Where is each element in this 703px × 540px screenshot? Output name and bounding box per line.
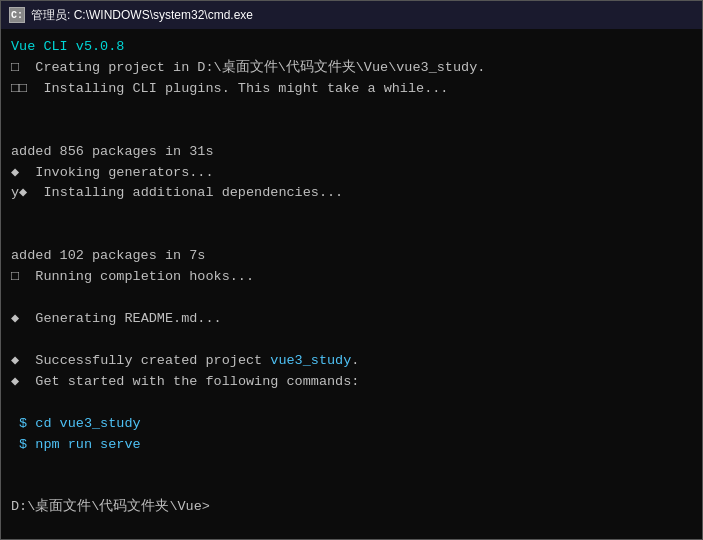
terminal-line: y◆ Installing additional dependencies...: [11, 183, 692, 204]
terminal-line: [11, 225, 692, 246]
terminal-line: □ Creating project in D:\桌面文件\代码文件夹\Vue\…: [11, 58, 692, 79]
terminal-body[interactable]: Vue CLI v5.0.8□ Creating project in D:\桌…: [1, 29, 702, 539]
terminal-line: [11, 455, 692, 476]
title-bar-text: 管理员: C:\WINDOWS\system32\cmd.exe: [31, 7, 253, 24]
terminal-line: [11, 393, 692, 414]
cmd-icon: C:: [9, 7, 25, 23]
cmd-window: C: 管理员: C:\WINDOWS\system32\cmd.exe Vue …: [0, 0, 703, 540]
terminal-line: [11, 288, 692, 309]
terminal-line: $ cd vue3_study: [11, 414, 692, 435]
terminal-line: [11, 330, 692, 351]
terminal-line: ◆ Invoking generators...: [11, 163, 692, 184]
terminal-line: added 102 packages in 7s: [11, 246, 692, 267]
terminal-line: □□ Installing CLI plugins. This might ta…: [11, 79, 692, 100]
terminal-line: [11, 204, 692, 225]
terminal-line: ◆ Get started with the following command…: [11, 372, 692, 393]
terminal-line: D:\桌面文件\代码文件夹\Vue>: [11, 497, 692, 518]
terminal-line: ◆ Generating README.md...: [11, 309, 692, 330]
terminal-line: [11, 476, 692, 497]
terminal-line: Vue CLI v5.0.8: [11, 37, 692, 58]
terminal-line: added 856 packages in 31s: [11, 142, 692, 163]
terminal-line: [11, 100, 692, 121]
terminal-line: $ npm run serve: [11, 435, 692, 456]
title-bar: C: 管理员: C:\WINDOWS\system32\cmd.exe: [1, 1, 702, 29]
terminal-line: ◆ Successfully created project vue3_stud…: [11, 351, 692, 372]
terminal-line: □ Running completion hooks...: [11, 267, 692, 288]
terminal-line: [11, 121, 692, 142]
